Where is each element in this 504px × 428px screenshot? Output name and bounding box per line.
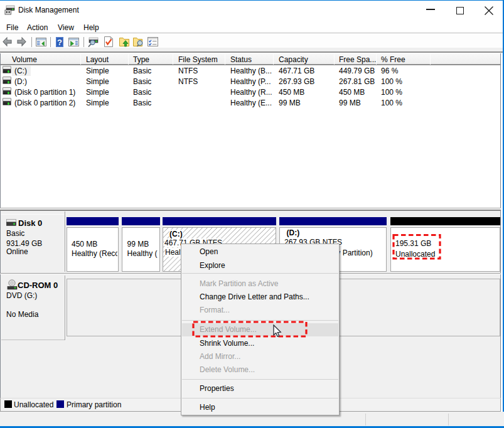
- svg-text:?: ?: [57, 38, 62, 47]
